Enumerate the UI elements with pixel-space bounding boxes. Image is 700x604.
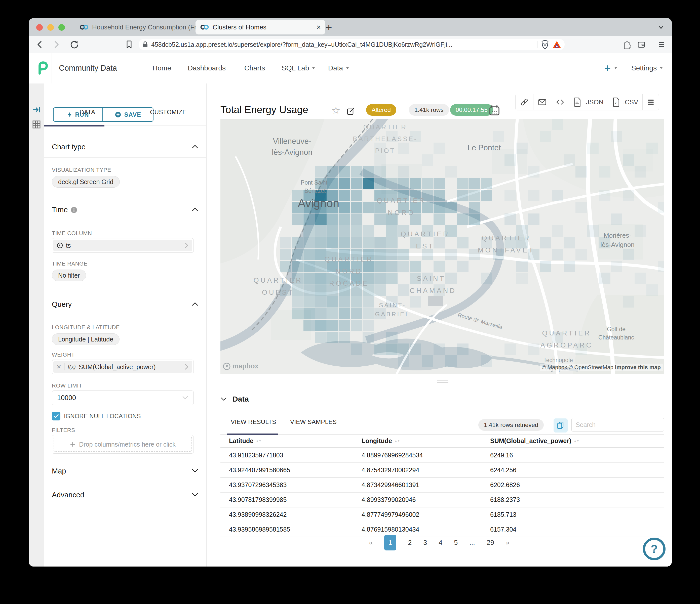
grid-cell[interactable] (599, 190, 610, 201)
grid-cell[interactable] (528, 190, 540, 201)
grid-cell[interactable] (292, 249, 303, 260)
chevron-right-icon[interactable] (181, 364, 189, 370)
grid-cell[interactable] (327, 320, 339, 331)
grid-cell[interactable] (362, 332, 374, 343)
section-chart-type[interactable]: Chart type (52, 143, 85, 151)
grid-cell[interactable] (457, 343, 469, 355)
chart-title[interactable]: Total Energy Usage (220, 104, 308, 115)
grid-cell[interactable] (457, 213, 469, 225)
viz-type-pill[interactable]: deck.gl Screen Grid (52, 176, 120, 188)
grid-cell[interactable] (599, 166, 610, 178)
grid-cell[interactable] (445, 166, 457, 178)
grid-cell[interactable] (374, 249, 386, 260)
chevron-down-icon[interactable] (192, 492, 199, 497)
page-button[interactable]: 3 (423, 539, 427, 547)
grid-cell[interactable] (351, 343, 362, 355)
bookmark-icon[interactable] (123, 39, 135, 50)
section-query[interactable]: Query (52, 300, 72, 309)
grid-cell[interactable] (339, 237, 350, 248)
grid-cell[interactable] (433, 202, 445, 213)
workspace-name[interactable]: Community Data (59, 53, 117, 83)
grid-cell[interactable] (351, 178, 362, 189)
improve-map-link[interactable]: Improve this map (615, 364, 661, 370)
collapse-data-chevron-icon[interactable] (220, 397, 227, 401)
remove-metric-icon[interactable]: ✕ (53, 363, 65, 370)
grid-cell[interactable] (386, 272, 398, 284)
grid-cell[interactable] (303, 237, 315, 248)
grid-cell[interactable] (315, 237, 327, 248)
grid-cell[interactable] (351, 190, 362, 201)
grid-cell[interactable] (552, 190, 563, 201)
section-advanced[interactable]: Advanced (52, 491, 84, 499)
forward-button[interactable] (50, 39, 62, 50)
grid-cell[interactable] (339, 213, 350, 225)
lonlat-pill[interactable]: Longitude | Latitude (52, 334, 120, 345)
checkbox-checked-icon[interactable] (52, 412, 60, 420)
table-row[interactable]: 43.91823597718034.88997699692845346249.1… (220, 448, 664, 463)
grid-cell[interactable] (362, 320, 374, 331)
chevron-down-icon[interactable] (192, 469, 199, 473)
grid-cell[interactable] (398, 142, 409, 154)
chevron-up-icon[interactable] (192, 145, 199, 149)
nav-item-data[interactable]: Data (328, 53, 350, 83)
grid-cell[interactable] (481, 190, 492, 201)
grid-cell[interactable] (575, 249, 587, 260)
grid-cell[interactable] (362, 225, 374, 237)
grid-cell[interactable] (303, 213, 315, 225)
grid-cell[interactable] (433, 237, 445, 248)
grid-cell[interactable] (540, 131, 551, 142)
grid-cell[interactable] (327, 308, 339, 319)
grid-cell[interactable] (422, 154, 433, 166)
time-range-pill[interactable]: No filter (52, 269, 86, 281)
page-button[interactable]: 29 (486, 539, 494, 547)
grid-cell[interactable] (433, 142, 445, 154)
panel-resize-handle[interactable] (437, 379, 448, 384)
grid-cell[interactable] (504, 213, 516, 225)
grid-cell[interactable] (303, 225, 315, 237)
grid-cell[interactable] (587, 225, 599, 237)
brave-shield-icon[interactable] (541, 40, 549, 49)
table-row[interactable]: 43.907817983999854.899337990209466188.23… (220, 493, 664, 507)
table-row[interactable]: 43.938909983262424.8777499794960026185.7… (220, 507, 664, 522)
favorite-star-icon[interactable]: ☆ (331, 105, 341, 116)
grid-cell[interactable] (658, 261, 664, 272)
tab-list-chevron-icon[interactable] (657, 24, 665, 30)
grid-cell[interactable] (457, 237, 469, 248)
grid-cell[interactable] (528, 343, 540, 355)
grid-cell[interactable] (315, 166, 327, 178)
grid-cell[interactable] (303, 296, 315, 308)
grid-cell[interactable] (623, 154, 634, 166)
grid-cell[interactable] (339, 166, 350, 178)
export-csv-button[interactable]: x.CSV (607, 94, 643, 110)
settings-menu[interactable]: Settings (631, 53, 663, 83)
grid-cell[interactable] (398, 343, 409, 355)
browser-menu-icon[interactable] (656, 39, 667, 50)
browser-tab-active[interactable]: Clusters of Homes × (196, 20, 325, 34)
grid-cell[interactable] (386, 237, 398, 248)
filters-dropzone[interactable]: Drop columns/metrics here or click (52, 435, 194, 454)
grid-cell[interactable] (540, 237, 551, 248)
deckgl-map[interactable]: Villeneuve-lès-AvignonQUARTIERBARTHELASS… (220, 119, 664, 374)
grid-cell[interactable] (315, 308, 327, 319)
grid-cell[interactable] (623, 249, 634, 260)
grid-cell[interactable] (351, 166, 362, 178)
nav-item-home[interactable]: Home (152, 53, 171, 83)
close-tab-icon[interactable]: × (316, 23, 321, 31)
grid-cell[interactable] (398, 284, 409, 296)
grid-cell[interactable] (410, 296, 421, 308)
grid-cell[interactable] (303, 284, 315, 296)
cached-calendar-icon[interactable] (489, 104, 500, 116)
grid-cell[interactable] (469, 213, 480, 225)
grid-cell[interactable] (339, 190, 350, 201)
grid-cell[interactable] (623, 296, 634, 308)
grid-cell[interactable] (634, 225, 646, 237)
section-map[interactable]: Map (52, 467, 66, 475)
browser-tab-inactive[interactable]: Household Energy Consumption (Fr (75, 18, 198, 36)
grid-cell[interactable] (422, 355, 433, 367)
page-button[interactable]: ... (469, 539, 475, 547)
grid-cell[interactable] (351, 237, 362, 248)
grid-cell[interactable] (457, 261, 469, 272)
copy-link-button[interactable] (516, 94, 533, 110)
grid-cell[interactable] (564, 261, 575, 272)
grid-cell[interactable] (386, 225, 398, 237)
